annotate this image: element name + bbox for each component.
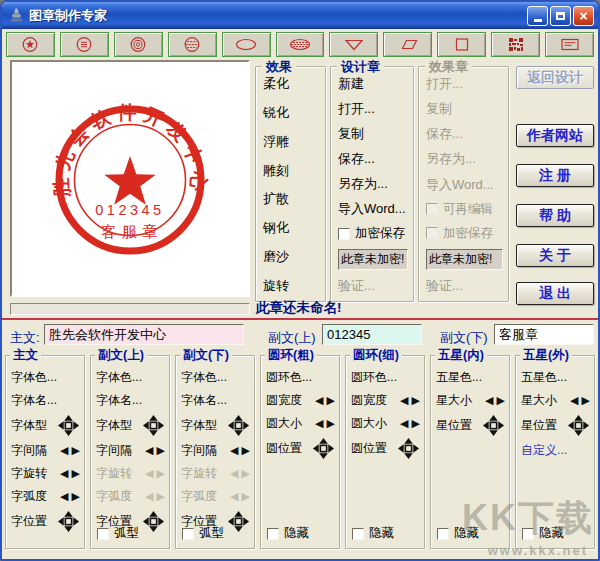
direction-pad-control[interactable] [142, 414, 165, 437]
toolbar-stamp-pattern-button[interactable] [491, 32, 540, 57]
spinner-control[interactable]: ◀▶ [400, 395, 420, 406]
direction-pad-control[interactable] [142, 510, 165, 533]
close-button[interactable]: × [573, 6, 594, 26]
spin-left-icon[interactable]: ◀ [570, 395, 578, 406]
panel-5-row-1[interactable]: 星大小◀▶ [436, 390, 505, 410]
panel-6-row-3[interactable]: 自定义... [521, 440, 590, 460]
effect-item-2[interactable]: 浮雕 [263, 133, 320, 151]
panel-3-row-3[interactable]: 圆位置 [266, 436, 335, 461]
spin-right-icon[interactable]: ▶ [72, 445, 80, 456]
design-cmd-3[interactable]: 保存... [338, 150, 408, 168]
panel-3-checkbox[interactable] [267, 528, 279, 540]
spin-right-icon[interactable]: ▶ [157, 445, 165, 456]
direction-pad-control[interactable] [312, 437, 335, 460]
effect-item-7[interactable]: 旋转 [263, 277, 320, 295]
spinner-control[interactable]: ◀▶ [145, 445, 165, 456]
spin-right-icon[interactable]: ▶ [582, 395, 590, 406]
spinner-control[interactable]: ◀▶ [60, 468, 80, 479]
panel-2-checkbox[interactable] [182, 528, 194, 540]
direction-pad-control[interactable] [57, 414, 80, 437]
spin-right-icon[interactable]: ▶ [412, 418, 420, 429]
panel-3-row-1[interactable]: 圆宽度◀▶ [266, 390, 335, 410]
panel-0-row-2[interactable]: 字体型 [11, 413, 80, 438]
side-button-3[interactable]: 帮 助 [516, 204, 594, 227]
spin-right-icon[interactable]: ▶ [327, 418, 335, 429]
design-cmd-2[interactable]: 复制 [338, 125, 408, 143]
panel-0-row-5[interactable]: 字弧度◀▶ [11, 486, 80, 506]
toolbar-stamp-square-button[interactable] [437, 32, 486, 57]
panel-0-row-3[interactable]: 字间隔◀▶ [11, 440, 80, 460]
toolbar-stamp-triangle-button[interactable] [329, 32, 378, 57]
panel-2-row-0[interactable]: 字体色... [181, 367, 250, 387]
effect-item-5[interactable]: 钢化 [263, 219, 320, 237]
panel-2-row-1[interactable]: 字体名... [181, 390, 250, 410]
effect-item-6[interactable]: 磨沙 [263, 248, 320, 266]
spin-right-icon[interactable]: ▶ [242, 445, 250, 456]
panel-4-row-0[interactable]: 圆环色... [351, 367, 420, 387]
panel-0-row-6[interactable]: 字位置 [11, 509, 80, 534]
spin-left-icon[interactable]: ◀ [60, 468, 68, 479]
panel-1-row-0[interactable]: 字体色... [96, 367, 165, 387]
panel-4-row-2[interactable]: 圆大小◀▶ [351, 413, 420, 433]
stamp-preview-canvas[interactable]: 胜先会软件开发中心 012345 客服章 [10, 60, 250, 297]
direction-pad-control[interactable] [482, 414, 505, 437]
spin-right-icon[interactable]: ▶ [412, 395, 420, 406]
direction-pad-control[interactable] [227, 414, 250, 437]
minimize-button[interactable] [527, 6, 548, 26]
spinner-control[interactable]: ◀▶ [60, 445, 80, 456]
toolbar-stamp-ellipse-striped-button[interactable] [276, 32, 325, 57]
toolbar-stamp-card-button[interactable] [545, 32, 594, 57]
panel-4-row-1[interactable]: 圆宽度◀▶ [351, 390, 420, 410]
spin-left-icon[interactable]: ◀ [485, 395, 493, 406]
toolbar-stamp-round-star-button[interactable] [6, 32, 55, 57]
spin-left-icon[interactable]: ◀ [400, 418, 408, 429]
side-button-1[interactable]: 作者网站 [516, 124, 594, 147]
spin-left-icon[interactable]: ◀ [60, 445, 68, 456]
spin-right-icon[interactable]: ▶ [497, 395, 505, 406]
panel-6-row-2[interactable]: 星位置 [521, 413, 590, 438]
spin-left-icon[interactable]: ◀ [230, 445, 238, 456]
panel-5-row-2[interactable]: 星位置 [436, 413, 505, 438]
direction-pad-control[interactable] [57, 510, 80, 533]
panel-0-row-1[interactable]: 字体名... [11, 390, 80, 410]
panel-1-row-2[interactable]: 字体型 [96, 413, 165, 438]
toolbar-stamp-parallelogram-button[interactable] [383, 32, 432, 57]
toolbar-stamp-ellipse-button[interactable] [222, 32, 271, 57]
effect-item-4[interactable]: 扩散 [263, 190, 320, 208]
design-cmd-0[interactable]: 新建 [338, 75, 408, 93]
spin-right-icon[interactable]: ▶ [72, 468, 80, 479]
toolbar-stamp-round-rings-button[interactable] [114, 32, 163, 57]
panel-4-row-3[interactable]: 圆位置 [351, 436, 420, 461]
spin-left-icon[interactable]: ◀ [315, 418, 323, 429]
panel-3-row-2[interactable]: 圆大小◀▶ [266, 413, 335, 433]
panel-0-row-4[interactable]: 字旋转◀▶ [11, 463, 80, 483]
design-cmd-5[interactable]: 导入Word... [338, 200, 408, 218]
panel-6-checkbox[interactable] [522, 528, 534, 540]
spinner-control[interactable]: ◀▶ [485, 395, 505, 406]
maximize-button[interactable] [550, 6, 571, 26]
panel-1-checkbox[interactable] [97, 528, 109, 540]
spin-left-icon[interactable]: ◀ [60, 491, 68, 502]
spin-left-icon[interactable]: ◀ [400, 395, 408, 406]
toolbar-stamp-round-striped-button[interactable] [168, 32, 217, 57]
side-button-5[interactable]: 退 出 [516, 282, 594, 305]
effect-item-1[interactable]: 锐化 [263, 104, 320, 122]
panel-2-row-3[interactable]: 字间隔◀▶ [181, 440, 250, 460]
panel-3-row-0[interactable]: 圆环色... [266, 367, 335, 387]
main-text-input[interactable] [44, 324, 244, 345]
panel-1-row-3[interactable]: 字间隔◀▶ [96, 440, 165, 460]
spinner-control[interactable]: ◀▶ [60, 491, 80, 502]
direction-pad-control[interactable] [227, 510, 250, 533]
spinner-control[interactable]: ◀▶ [230, 445, 250, 456]
effect-item-0[interactable]: 柔化 [263, 75, 320, 93]
spin-left-icon[interactable]: ◀ [145, 445, 153, 456]
sub-top-input[interactable] [322, 324, 422, 345]
panel-6-row-1[interactable]: 星大小◀▶ [521, 390, 590, 410]
panel-1-row-1[interactable]: 字体名... [96, 390, 165, 410]
sub-bottom-input[interactable] [494, 324, 594, 345]
spin-right-icon[interactable]: ▶ [72, 491, 80, 502]
panel-6-row-0[interactable]: 五星色... [521, 367, 590, 387]
direction-pad-control[interactable] [397, 437, 420, 460]
panel-0-row-0[interactable]: 字体色... [11, 367, 80, 387]
panel-5-row-0[interactable]: 五星色... [436, 367, 505, 387]
